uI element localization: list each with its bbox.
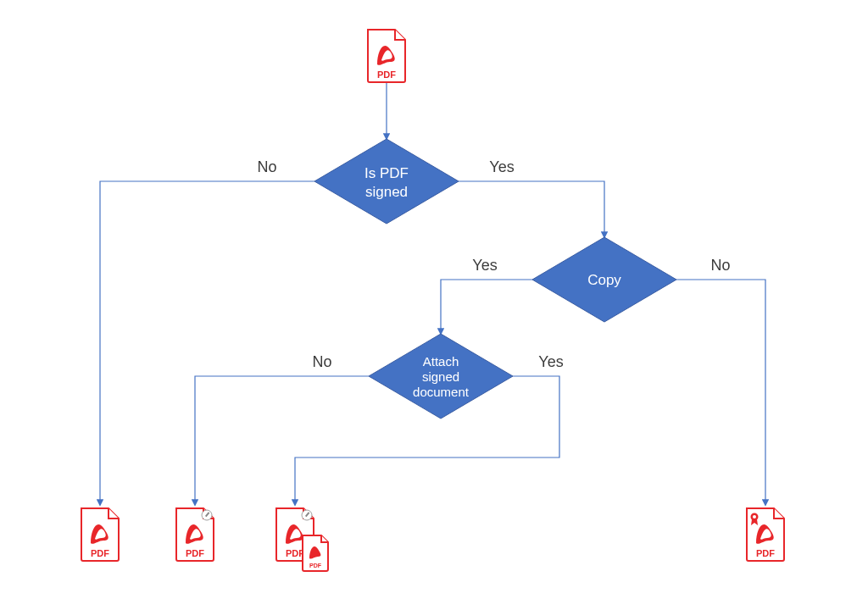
flowchart-canvas: PDF PDF No Yes Yes No No Yes [0, 0, 868, 610]
edge-is-signed-no [100, 181, 314, 505]
edge-copy-no [676, 280, 765, 505]
decision-attach-line2: signed [422, 369, 459, 384]
pdf-attachment-icon [303, 535, 328, 571]
edge-attach-no [195, 376, 369, 505]
decision-copy: Copy [532, 237, 676, 322]
decision-attach-line1: Attach [423, 354, 459, 369]
edited-badge-icon [202, 510, 212, 520]
pdf-icon-output-signed [747, 508, 784, 561]
pdf-icon-start [368, 30, 405, 82]
decision-attach-signed-document: Attach signed document [369, 334, 513, 419]
decision-is-pdf-signed-line2: signed [365, 184, 408, 200]
label-copy-no: No [710, 257, 730, 274]
label-attach-yes: Yes [538, 353, 563, 370]
edge-is-signed-yes [459, 181, 604, 237]
pdf-icon-output-edited [176, 508, 214, 561]
edited-badge-icon [302, 510, 312, 520]
label-copy-yes: Yes [472, 257, 497, 274]
pdf-icon-output-plain [81, 508, 119, 561]
decision-is-pdf-signed: Is PDF signed [314, 139, 459, 224]
label-is-signed-no: No [257, 158, 276, 175]
svg-point-7 [753, 515, 756, 518]
decision-is-pdf-signed-line1: Is PDF [364, 165, 409, 181]
decision-copy-label: Copy [587, 272, 621, 288]
label-is-signed-yes: Yes [489, 158, 514, 175]
edge-copy-yes [441, 280, 532, 334]
decision-attach-line3: document [413, 385, 470, 399]
pdf-icon-output-attachment [276, 508, 328, 571]
label-attach-no: No [312, 353, 331, 370]
